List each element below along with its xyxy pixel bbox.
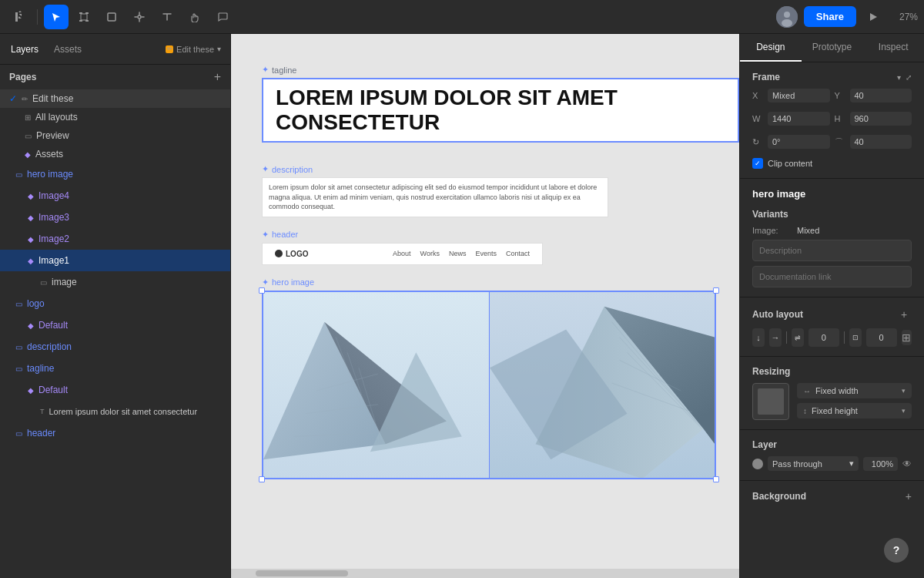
- hand-tool-icon[interactable]: [182, 5, 207, 29]
- share-button[interactable]: Share: [804, 6, 856, 27]
- figma-menu-icon[interactable]: [6, 5, 31, 29]
- canvas-scroll[interactable]: ✦ tagline LOREM IPSUM DOLOR SIT AMET CON…: [231, 34, 739, 578]
- al-wrap[interactable]: ⇌: [792, 328, 804, 347]
- tab-design[interactable]: Design: [740, 34, 802, 62]
- layer-default2[interactable]: ◆ Default: [0, 379, 230, 401]
- edit-badge[interactable]: ✏ Edit these ▾: [166, 45, 221, 54]
- layer-image2[interactable]: ◆ Image2: [0, 228, 230, 250]
- al-direction-right[interactable]: →: [769, 328, 782, 347]
- page-item-all-layouts[interactable]: ⊞ All layouts: [0, 108, 230, 126]
- al-padding-input[interactable]: [866, 328, 897, 347]
- layer-image[interactable]: ▭ image: [0, 271, 230, 293]
- layer-name-image2: Image2: [38, 234, 69, 244]
- layer-mode-icon: [752, 459, 763, 469]
- fixed-width-option[interactable]: ↔ Fixed width ▾: [797, 383, 912, 398]
- bg-header: Background +: [752, 490, 912, 502]
- diamond-icon-1: ◆: [28, 257, 34, 265]
- h-value[interactable]: 960: [850, 112, 912, 126]
- layer-image3[interactable]: ◆ Image3: [0, 207, 230, 228]
- main-layout: Layers Assets ✏ Edit these ▾ Pages + ✓ ✏…: [0, 34, 924, 578]
- variants-title: Variants: [752, 209, 912, 220]
- tab-layers[interactable]: Layers: [9, 44, 40, 55]
- avatar[interactable]: [776, 6, 798, 28]
- page-item-preview[interactable]: ▭ Preview: [0, 126, 230, 145]
- tagline-display: LOREM IPSUM DOLOR SIT AMET CONSECTETUR: [262, 78, 739, 143]
- right-panel: Design Prototype Inspect Frame ▾ ⤢ X Mix…: [739, 34, 924, 578]
- help-button[interactable]: ?: [884, 538, 909, 563]
- page-item-assets[interactable]: ◆ Assets: [0, 145, 230, 163]
- frame-expand-icon[interactable]: ▾: [897, 73, 901, 82]
- layer-name-default2: Default: [38, 385, 68, 395]
- description-section: ✦ description Lorem ipsum dolor sit amet…: [262, 164, 739, 217]
- layer-tree: ▭ hero image ◆ Image4 ◆ Image3 ◆ Image2 …: [0, 163, 230, 578]
- layer-mode-select[interactable]: Pass through ▾: [768, 456, 859, 471]
- layer-tagline-text[interactable]: T Lorem ipsum dolor sit amet consectetur: [0, 401, 230, 422]
- x-value[interactable]: Mixed: [768, 89, 830, 102]
- fixed-height-option[interactable]: ↕ Fixed height ▾: [797, 403, 912, 418]
- hero-frame-label: ✦ hero image: [262, 277, 739, 287]
- al-padding[interactable]: ⊡: [849, 328, 862, 347]
- layer-image4[interactable]: ◆ Image4: [0, 185, 230, 207]
- component-doc-link-input[interactable]: [752, 266, 912, 287]
- hero-image-container[interactable]: [262, 291, 716, 479]
- comment-tool-icon[interactable]: [210, 5, 235, 29]
- layer-header[interactable]: ▭ header: [0, 422, 230, 444]
- layer-visibility-icon[interactable]: 👁: [902, 459, 912, 469]
- variant-image-row: Image: Mixed: [752, 226, 912, 235]
- resizing-visual: ↔ Fixed width ▾ ↕ Fixed height ▾: [752, 383, 912, 420]
- layer-prop-section: Layer Pass through ▾ 100% 👁: [740, 430, 924, 481]
- layer-opacity[interactable]: 100%: [863, 457, 898, 471]
- select-tool-icon[interactable]: [44, 5, 69, 29]
- edit-badge-chevron: ▾: [217, 45, 221, 53]
- toolbar: Share 27%: [0, 0, 924, 34]
- canvas-inner: ✦ tagline LOREM IPSUM DOLOR SIT AMET CON…: [231, 34, 739, 511]
- page-item-edit-these[interactable]: ✓ ✏ Edit these: [0, 89, 230, 108]
- frame-fullscreen-icon[interactable]: ⤢: [906, 73, 912, 82]
- resize-box-inner: [758, 388, 784, 415]
- pen-tool-icon[interactable]: [127, 5, 152, 29]
- layer-logo[interactable]: ▭ logo: [0, 293, 230, 314]
- edit-badge-label: Edit these: [176, 45, 214, 54]
- tab-assets[interactable]: Assets: [52, 44, 83, 55]
- scrollbar-horizontal[interactable]: [231, 569, 739, 578]
- layer-default1[interactable]: ◆ Default: [0, 314, 230, 336]
- shape-tool-icon[interactable]: [99, 5, 124, 29]
- corner-value[interactable]: 40: [850, 135, 912, 149]
- text-tool-icon[interactable]: [155, 5, 179, 29]
- frame-r-row: ↻ 0°: [752, 135, 830, 149]
- header-section: ✦ header LOGO About Works News Events: [262, 230, 739, 265]
- hero-label-icon: ✦: [262, 277, 269, 287]
- add-page-button[interactable]: +: [214, 71, 221, 83]
- r-value[interactable]: 0°: [768, 135, 830, 149]
- bg-add-icon[interactable]: +: [906, 490, 912, 502]
- w-value[interactable]: 1440: [768, 112, 830, 126]
- frame-tool-icon[interactable]: [72, 5, 96, 29]
- layer-name-image1: Image1: [38, 255, 69, 266]
- page-label-all-layouts: All layouts: [35, 112, 78, 123]
- al-spacing-input[interactable]: [808, 328, 839, 347]
- tab-inspect[interactable]: Inspect: [862, 34, 924, 62]
- tagline-frame-label: ✦ tagline: [262, 65, 739, 75]
- al-more-icon[interactable]: ⊞: [902, 330, 912, 345]
- auto-layout-add-icon[interactable]: +: [896, 307, 912, 322]
- layer-tagline[interactable]: ▭ tagline: [0, 358, 230, 379]
- header-frame-label: ✦ header: [262, 230, 739, 240]
- play-button[interactable]: [862, 6, 884, 28]
- tagline-section: ✦ tagline LOREM IPSUM DOLOR SIT AMET CON…: [262, 65, 739, 155]
- panel-tabs: Layers Assets ✏ Edit these ▾: [0, 34, 230, 65]
- component-description-input[interactable]: [752, 240, 912, 261]
- layer-hero-image[interactable]: ▭ hero image: [0, 163, 230, 185]
- header-label-text: header: [272, 230, 298, 239]
- tab-prototype[interactable]: Prototype: [802, 34, 863, 62]
- svg-rect-8: [108, 13, 116, 21]
- layer-description[interactable]: ▭ description: [0, 336, 230, 358]
- clip-content-checkbox[interactable]: ✓: [752, 158, 763, 169]
- fixed-width-label: Fixed width: [815, 386, 897, 395]
- layer-name-default1: Default: [38, 320, 68, 331]
- layer-prop-header: Layer: [752, 439, 912, 450]
- layer-image1[interactable]: ◆ Image1: [0, 250, 230, 271]
- al-direction-down[interactable]: ↓: [752, 328, 765, 347]
- y-value[interactable]: 40: [850, 89, 912, 102]
- page-pencil-icon: ✏: [22, 95, 28, 103]
- description-display: Lorem ipsum dolor sit amet consectetur a…: [262, 177, 608, 217]
